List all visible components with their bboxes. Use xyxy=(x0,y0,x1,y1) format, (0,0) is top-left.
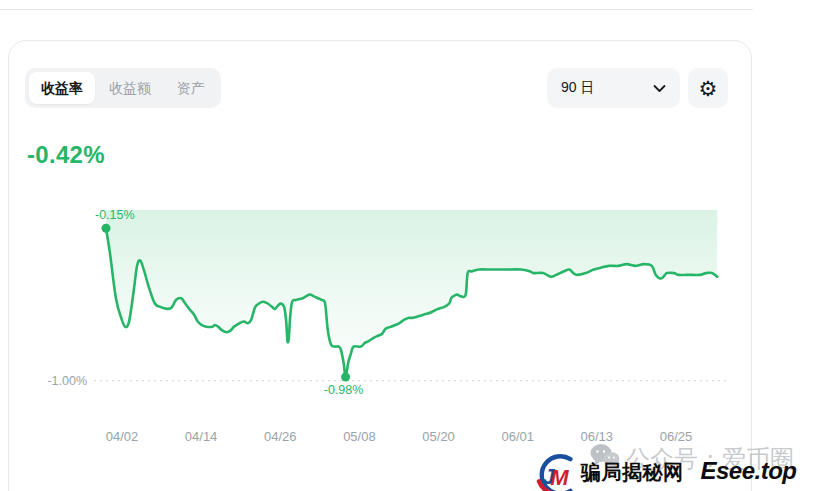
x-tick-7: 06/25 xyxy=(660,429,693,444)
x-tick-4: 05/20 xyxy=(422,429,455,444)
min-point-dot xyxy=(341,373,350,382)
x-tick-1: 04/14 xyxy=(185,429,218,444)
x-tick-3: 05/08 xyxy=(343,429,376,444)
returns-area-chart[interactable]: -0.15% -0.98% -1.00% 04/0204/1404/2605/0… xyxy=(0,0,817,491)
x-tick-5: 06/01 xyxy=(501,429,534,444)
watermark-site: 骗局揭秘网 Esee.top xyxy=(581,457,797,486)
min-point-label: -0.98% xyxy=(324,383,364,397)
x-tick-0: 04/02 xyxy=(106,429,139,444)
y-axis-tick-label: -1.00% xyxy=(47,374,87,388)
chart-area-fill xyxy=(106,210,717,377)
site-logo: J M xyxy=(533,452,579,491)
watermark-site-name: 骗局揭秘网 xyxy=(581,459,684,486)
x-tick-2: 04/26 xyxy=(264,429,297,444)
watermark-site-domain: Esee.top xyxy=(701,457,797,485)
start-point-dot xyxy=(102,224,111,233)
start-point-label: -0.15% xyxy=(95,208,135,222)
x-axis-tick-labels: 04/0204/1404/2605/0805/2006/0106/1306/25 xyxy=(106,429,693,444)
svg-text:M: M xyxy=(550,465,569,490)
x-tick-6: 06/13 xyxy=(581,429,614,444)
